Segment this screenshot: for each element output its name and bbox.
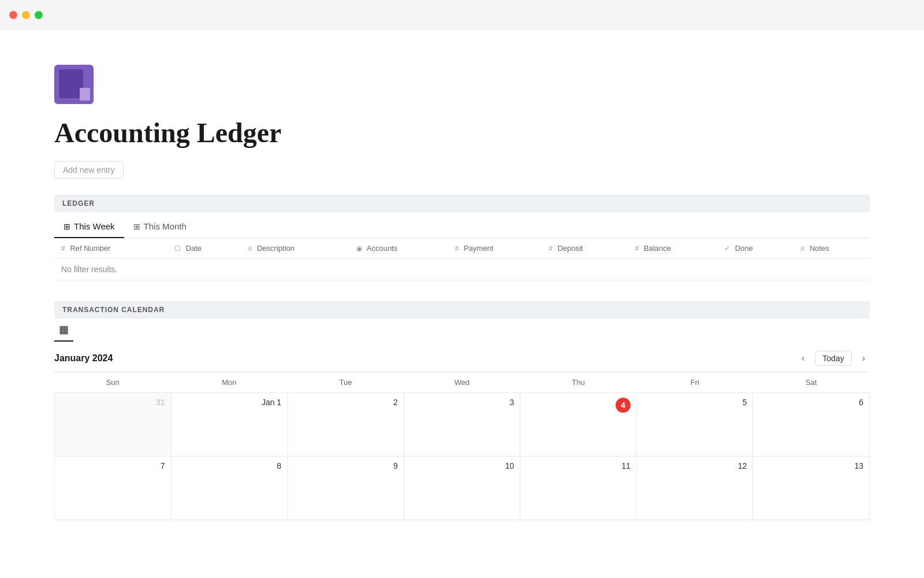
tab-this-week[interactable]: ⊞ This Week [54,217,124,238]
calendar-day-jan10[interactable]: 10 [404,457,520,520]
calendar-navigation: ‹ Today › [797,351,870,366]
calendar-section-header: TRANSACTION CALENDAR [54,301,870,318]
maximize-button[interactable] [35,11,43,19]
page-icon [54,65,94,104]
calendar-day-jan1[interactable]: Jan 1 [171,393,288,457]
today-button[interactable]: Today [815,351,851,366]
col-done[interactable]: ✓ Done [717,238,793,259]
col-description[interactable]: ≡ Description [241,238,349,259]
today-date-number: 4 [616,398,631,413]
day-tue: Tue [288,372,404,393]
main-content: Accounting Ledger Add new entry LEDGER ⊞… [0,30,924,543]
calendar-month-title: January 2024 [54,353,113,364]
next-month-button[interactable]: › [858,351,870,366]
day-thu: Thu [520,372,637,393]
date-number: 5 [643,398,747,407]
lines-icon: ≡ [800,244,804,253]
col-notes[interactable]: ≡ Notes [793,238,870,259]
date-number: 3 [410,398,515,407]
calendar-day-dec31[interactable]: 31 [55,393,172,457]
hash-icon: # [61,244,65,253]
hash-icon-2: # [455,244,459,253]
calendar-view-tab[interactable]: ▦ [54,318,73,342]
calendar-day-jan4[interactable]: 4 [520,393,637,457]
calendar-day-jan11[interactable]: 11 [520,457,637,520]
calendar-day-jan6[interactable]: 6 [753,393,870,457]
ledger-tabs: ⊞ This Week ⊞ This Month [54,212,870,238]
col-balance[interactable]: # Balance [628,238,717,259]
day-sat: Sat [753,372,870,393]
date-number: 6 [759,398,863,407]
add-entry-button[interactable]: Add new entry [54,161,124,179]
calendar-day-jan3[interactable]: 3 [404,393,520,457]
calendar-week-2: 7 8 9 10 11 12 [55,457,870,520]
date-number: 9 [293,461,398,470]
col-payment[interactable]: # Payment [448,238,542,259]
col-accounts[interactable]: ◉ Accounts [349,238,448,259]
table-icon-2: ⊞ [133,222,140,231]
date-number: 11 [526,461,631,470]
hash-icon-3: # [549,244,553,253]
col-date[interactable]: ☐ Date [167,238,241,259]
calendar-week-1: 31 Jan 1 2 3 4 [55,393,870,457]
calendar-day-jan2[interactable]: 2 [288,393,404,457]
calendar-day-jan7[interactable]: 7 [55,457,172,520]
list-icon: ≡ [248,244,252,253]
day-fri: Fri [636,372,753,393]
calendar-header: January 2024 ‹ Today › [54,342,870,372]
day-wed: Wed [404,372,520,393]
date-number: 31 [61,398,165,407]
calendar-day-jan13[interactable]: 13 [753,457,870,520]
table-icon: ⊞ [64,222,70,231]
no-results-text: No filter results. [54,259,870,280]
calendar-section: TRANSACTION CALENDAR ▦ January 2024 ‹ To… [54,301,870,520]
day-mon: Mon [171,372,288,393]
hash-icon-4: # [635,244,639,253]
date-number: 12 [643,461,747,470]
date-number: 7 [61,461,165,470]
calendar-grid: Sun Mon Tue Wed Thu Fri Sat 31 [54,372,870,520]
calendar-day-jan12[interactable]: 12 [636,457,753,520]
date-number: 8 [177,461,282,470]
prev-month-button[interactable]: ‹ [797,351,809,366]
page-title: Accounting Ledger [54,117,870,149]
person-icon: ◉ [356,244,362,253]
title-bar [0,0,924,30]
calendar-icon: ☐ [174,244,181,253]
calendar-day-jan5[interactable]: 5 [636,393,753,457]
calendar-tab-icon: ▦ [54,323,73,340]
tab-this-month[interactable]: ⊞ This Month [124,217,196,238]
col-deposit[interactable]: # Deposit [542,238,628,259]
col-ref-number[interactable]: # Ref Number [54,238,167,259]
day-sun: Sun [55,372,172,393]
date-number: 10 [410,461,515,470]
minimize-button[interactable] [22,11,30,19]
calendar-day-jan8[interactable]: 8 [171,457,288,520]
calendar-day-jan9[interactable]: 9 [288,457,404,520]
date-number-jan1: Jan 1 [177,398,282,407]
ledger-section: LEDGER ⊞ This Week ⊞ This Month # Ref Nu… [54,195,870,280]
date-number: 13 [759,461,863,470]
date-number: 2 [293,398,398,407]
check-icon: ✓ [724,244,730,253]
ledger-section-header: LEDGER [54,195,870,212]
close-button[interactable] [9,11,17,19]
ledger-table: # Ref Number ☐ Date ≡ Description ◉ Acco… [54,238,870,280]
